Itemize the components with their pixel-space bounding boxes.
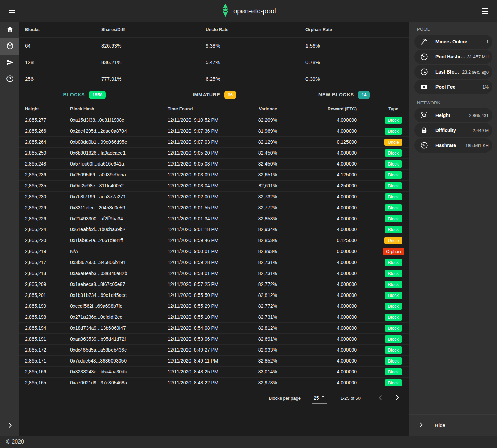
app-title: open-etc-pool: [233, 7, 276, 15]
cell-height: 2,865,229: [19, 202, 70, 213]
cell-height: 2,865,194: [19, 322, 70, 333]
type-badge: Block: [385, 171, 402, 179]
col-blocks: Blocks: [25, 27, 101, 32]
cell-block-hash: 0x7b8f7199...aea377a271: [70, 191, 168, 202]
tab-immature[interactable]: IMMATURE 16: [149, 87, 279, 103]
cell-block-hash: 0x6b801826...fa9adcaee1: [70, 147, 168, 158]
cell-time-found: 12/11/2020, 8:48:22 PM: [168, 377, 246, 388]
cell-reward: 4.000000: [279, 290, 358, 301]
screen: open-etc-pool ?: [0, 0, 497, 448]
cell-time-found: 12/11/2020, 9:00:01 PM: [168, 246, 246, 257]
cell-height: 2,865,172: [19, 344, 70, 355]
stat-value: 185.561 KH: [465, 143, 489, 148]
cell-variance: 82,853%: [246, 213, 279, 224]
cell-time-found: 12/11/2020, 8:55:10 PM: [168, 312, 246, 322]
cell-block-hash: 0x57fec60f...da616e941a: [70, 158, 168, 169]
cell-block-hash: 0x18d734a9...13b6060f47: [70, 322, 168, 333]
cell-reward: 4.000000: [279, 301, 358, 312]
prev-page-button[interactable]: [376, 394, 384, 402]
luck-stats-row: 256777.91% 6.25%0.39%: [19, 70, 409, 87]
stat-item-pool-fee: Pool Fee 1%: [414, 80, 492, 94]
cell-type: Block: [358, 322, 409, 333]
cell-height: 2,865,213: [19, 268, 70, 279]
cell-type: Block: [358, 147, 409, 158]
tab-new-blocks[interactable]: NEW BLOCKS 14: [279, 87, 409, 103]
hide-panel-button[interactable]: Hide: [409, 414, 497, 436]
sidebar-item-send[interactable]: [0, 55, 19, 71]
cell-variance: 82,812%: [246, 322, 279, 333]
cell-variance: 82,812%: [246, 290, 279, 301]
type-badge: Block: [385, 259, 402, 266]
cell-reward: 0.125000: [279, 136, 358, 147]
sidebar-item-home[interactable]: [0, 22, 19, 38]
cell-block-hash: 0x25095f69...a0d39e9e5a: [70, 169, 168, 180]
cell-block-hash: 0x21493300...af2ff9ba34: [70, 213, 168, 224]
cell-block-hash: 0x3233243e...b5a4aa30dc: [70, 366, 168, 377]
cell-type: Block: [358, 268, 409, 279]
menu-button[interactable]: [5, 3, 20, 18]
sidebar-item-help[interactable]: ?: [0, 71, 19, 88]
right-menu-button[interactable]: [477, 3, 492, 18]
cell-block-hash: 0x271a236c...0efcfdf2ec: [70, 312, 168, 322]
cell-time-found: 12/11/2020, 9:05:08 PM: [168, 158, 246, 169]
next-page-button[interactable]: [393, 394, 402, 402]
stat-value: 2.449 M: [472, 128, 489, 133]
cell-time-found: 12/11/2020, 9:05:20 PM: [168, 147, 246, 158]
type-badge: Block: [385, 346, 402, 354]
cell-reward: 4.000000: [279, 268, 358, 279]
block-row: 2,865,199 0xccdf562f...69a698b7fe 12/11/…: [19, 301, 409, 312]
cell-height: 2,865,165: [19, 377, 70, 388]
cell-type: Uncle: [358, 235, 409, 246]
col-orphan-rate: Orphan Rate: [305, 27, 404, 32]
cell-reward: 4.000000: [279, 147, 358, 158]
cell-time-found: 12/11/2020, 9:03:04 PM: [168, 180, 246, 191]
tab-blocks[interactable]: BLOCKS 1558: [19, 87, 149, 103]
sidebar-item-cube[interactable]: [0, 38, 19, 55]
cell-height: 2,865,250: [19, 147, 70, 158]
stat-item-height: Height 2,865,431: [414, 108, 492, 122]
stat-item-pool-hashrate: Pool Hashrate 31.457 MH: [414, 50, 492, 64]
cell-variance: 82,933%: [246, 344, 279, 355]
block-row: 2,865,226 0x21493300...af2ff9ba34 12/11/…: [19, 213, 409, 224]
type-badge: Block: [385, 270, 402, 277]
per-page-select[interactable]: 25: [312, 393, 327, 404]
cell-height: 2,865,220: [19, 235, 70, 246]
cell-height: 2,865,166: [19, 366, 70, 377]
block-row: 2,865,230 0x7b8f7199...aea377a271 12/11/…: [19, 191, 409, 202]
type-badge: Block: [385, 357, 402, 365]
cell-time-found: 12/11/2020, 9:01:34 PM: [168, 213, 246, 224]
cell-time-found: 12/11/2020, 9:01:18 PM: [168, 224, 246, 235]
sidebar-expand-button[interactable]: [0, 417, 19, 436]
cell-reward: 4.000000: [279, 158, 358, 169]
stat-value: 23.2 sec. ago: [461, 69, 489, 75]
block-row: 2,865,266 0x2dc4295d...2dae0a8704 12/11/…: [19, 126, 409, 136]
cell-height: 2,865,209: [19, 279, 70, 290]
cell-block-hash: 0xdc465d5a...a58beb436c: [70, 344, 168, 355]
block-row: 2,865,201 0x1b31b734...69c1d45ace 12/11/…: [19, 290, 409, 301]
col-time-found: Time Found: [168, 103, 246, 115]
stat-label: Pool Fee: [435, 84, 455, 90]
cell-reward: 4.125000: [279, 169, 358, 180]
type-badge: Block: [385, 303, 402, 310]
cell-time-found: 12/11/2020, 8:55:50 PM: [168, 290, 246, 301]
type-badge: Orphan: [383, 248, 404, 255]
block-row: 2,865,194 0x18d734a9...13b6060f47 12/11/…: [19, 322, 409, 333]
blocks-tabs: BLOCKS 1558 IMMATURE 16 NEW BLOCKS 14: [19, 87, 409, 103]
block-row: 2,865,224 0x61eabfcd...1b0cba39b2 12/11/…: [19, 224, 409, 235]
cell-reward: 4.000000: [279, 366, 358, 377]
cell-variance: 82,651%: [246, 169, 279, 180]
cell-type: Block: [358, 257, 409, 268]
cell-variance: 82,934%: [246, 224, 279, 235]
type-badge: Block: [385, 314, 402, 321]
cell-reward: 4.000000: [279, 377, 358, 388]
gauge-icon: [420, 141, 428, 149]
block-row: 2,865,166 0x3233243e...b5a4aa30dc 12/11/…: [19, 366, 409, 377]
cell-type: Block: [358, 180, 409, 191]
cell-height: 2,865,191: [19, 333, 70, 344]
chevron-left-icon: [376, 394, 384, 403]
cell-block-hash: 0xa9a8eab3...03a340a82b: [70, 268, 168, 279]
cell-reward: 4.000000: [279, 202, 358, 213]
cell-height: 2,865,198: [19, 312, 70, 322]
pickaxe-icon: [420, 38, 428, 46]
stat-item-hashrate: Hashrate 185.561 KH: [414, 138, 492, 153]
